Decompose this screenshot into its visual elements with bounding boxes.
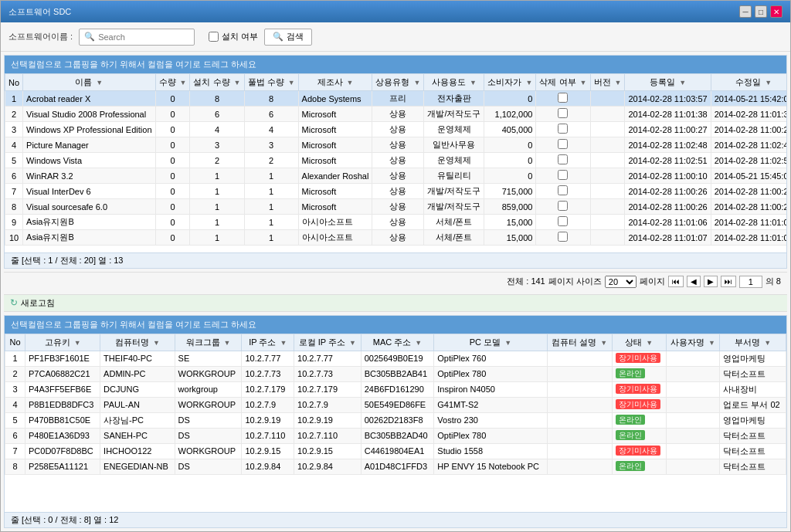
table-row[interactable]: 10 Asia유지원B 0 1 1 아시아소프트 상용 서체/폰트 15,000… — [5, 230, 787, 246]
table-row[interactable]: 3 P4A3FF5EFB6E DCJUNG workgroup 10.2.7.1… — [5, 381, 786, 397]
col-lip[interactable]: 로컬 IP 주소 ▼ — [294, 334, 362, 351]
row-install: 4 — [190, 122, 244, 137]
row-delete[interactable] — [536, 122, 590, 137]
row-type: 상용 — [372, 107, 424, 122]
col-usage[interactable]: 사용용도 ▼ — [424, 74, 484, 91]
prev-page-btn[interactable]: ◀ — [687, 276, 701, 287]
delete-checkbox[interactable] — [558, 139, 568, 149]
row-regdate: 2014-02-28 11:02:51 — [625, 153, 711, 168]
software-drag-header: 선택컬럼으로 그룹핑을 하기 위해서 컬럼을 여기로 드레그 하세요 — [5, 56, 786, 73]
delete-checkbox[interactable] — [558, 201, 568, 211]
row-delete[interactable] — [536, 137, 590, 153]
first-page-btn[interactable]: ⏮ — [668, 276, 684, 287]
row-delete[interactable] — [536, 199, 590, 215]
col-regdate[interactable]: 등록일 ▼ — [625, 74, 711, 91]
table-row[interactable]: 9 Asia유지원B 0 1 1 아시아소프트 상용 서체/폰트 15,000 … — [5, 215, 787, 230]
close-button[interactable]: ✕ — [770, 5, 783, 18]
main-window: 소프트웨어 SDC ─ □ ✕ 소프트웨어이름 : 🔍 설치 여부 🔍 검색 선… — [0, 0, 791, 532]
row-usage: 전자출판 — [424, 91, 484, 107]
row-model: OptiPlex 780 — [434, 366, 547, 381]
row-delete[interactable] — [536, 168, 590, 184]
table-row[interactable]: 5 Windows Vista 0 2 2 Microsoft 상용 운영체제 … — [5, 153, 787, 168]
row-usage: 운영체제 — [424, 122, 484, 137]
delete-checkbox[interactable] — [558, 185, 568, 195]
table-row[interactable]: 5 P470BB81C50E 사장님-PC DS 10.2.9.19 10.2.… — [5, 412, 786, 428]
col-ip[interactable]: IP 주소 ▼ — [242, 334, 294, 351]
row-wg: workgroup — [175, 381, 242, 397]
col-mac[interactable]: MAC 주소 ▼ — [361, 334, 434, 351]
table-row[interactable]: 7 PC0D07F8D8BC IHCHOO122 WORKGROUP 10.2.… — [5, 443, 786, 459]
row-lip: 10.2.7.110 — [294, 428, 362, 443]
row-type: 상용 — [372, 168, 424, 184]
table-row[interactable]: 6 P480E1A36D93 SANEH-PC DS 10.2.7.110 10… — [5, 428, 786, 443]
col-no[interactable]: No — [5, 74, 23, 91]
delete-checkbox[interactable] — [558, 93, 568, 103]
delete-checkbox[interactable] — [558, 154, 568, 164]
row-no: 5 — [5, 412, 25, 428]
refresh-label[interactable]: 새로고침 — [21, 297, 55, 309]
col-method[interactable]: 풀법 수량 ▼ — [244, 74, 298, 91]
software-table-container[interactable]: No 이름 ▼ 수량 ▼ 설치 수량 ▼ 풀법 수량 ▼ 제조사 ▼ 상용유형 … — [5, 73, 786, 252]
col-wg[interactable]: 워크그룹 ▼ — [175, 334, 242, 351]
table-row[interactable]: 7 Visual InterDev 6 0 1 1 Microsoft 상용 개… — [5, 184, 787, 199]
col-uid[interactable]: 고유키 ▼ — [25, 334, 100, 351]
table-row[interactable]: 6 WinRAR 3.2 0 1 1 Alexander Roshal 상용 유… — [5, 168, 787, 184]
row-delete[interactable] — [536, 91, 590, 107]
row-delete[interactable] — [536, 230, 590, 246]
status-badge: 온라인 — [616, 415, 645, 425]
maximize-button[interactable]: □ — [755, 5, 767, 18]
col-name[interactable]: 이름 ▼ — [23, 74, 155, 91]
col-type[interactable]: 상용유형 ▼ — [372, 74, 424, 91]
col-pcname[interactable]: 컴퓨터명 ▼ — [100, 334, 175, 351]
delete-checkbox[interactable] — [558, 216, 568, 226]
row-moddate: 2014-02-28 11:01:38 — [711, 107, 786, 122]
col-dept[interactable]: 부서명 ▼ — [720, 334, 786, 351]
table-row[interactable]: 2 P7CA06882C21 ADMIN-PC WORKGROUP 10.2.7… — [5, 366, 786, 381]
delete-checkbox[interactable] — [558, 124, 568, 134]
current-page-input[interactable] — [739, 276, 762, 288]
table-row[interactable]: 2 Visual Studio 2008 Professional 0 6 6 … — [5, 107, 787, 122]
row-desc — [547, 412, 612, 428]
last-page-btn[interactable]: ⏭ — [721, 276, 736, 287]
delete-checkbox[interactable] — [558, 170, 568, 180]
search-btn-icon: 🔍 — [273, 32, 283, 42]
search-button[interactable]: 🔍 검색 — [264, 29, 312, 46]
minimize-button[interactable]: ─ — [739, 5, 752, 18]
page-size-select[interactable]: 20 50 100 — [605, 276, 637, 288]
table-row[interactable]: 1 Acrobat reader X 0 8 8 Adobe Systems 프… — [5, 91, 787, 107]
col-model[interactable]: PC 모델 ▼ — [434, 334, 547, 351]
col-maker[interactable]: 제조사 ▼ — [298, 74, 372, 91]
row-delete[interactable] — [536, 184, 590, 199]
table-row[interactable]: 8 Visual sourcesafe 6.0 0 1 1 Microsoft … — [5, 199, 787, 215]
row-regdate: 2014-02-28 11:00:10 — [625, 168, 711, 184]
next-page-btn[interactable]: ▶ — [704, 276, 718, 287]
delete-checkbox[interactable] — [558, 232, 568, 242]
row-mac: BC305BB2AD40 — [361, 428, 434, 443]
row-delete[interactable] — [536, 153, 590, 168]
table-row[interactable]: 3 Windows XP Professional Edition 0 4 4 … — [5, 122, 787, 137]
col-status[interactable]: 상태 ▼ — [612, 334, 666, 351]
col-version[interactable]: 버전 ▼ — [590, 74, 625, 91]
row-name: Acrobat reader X — [23, 91, 155, 107]
row-delete[interactable] — [536, 215, 590, 230]
col-qty[interactable]: 수량 ▼ — [155, 74, 190, 91]
col-user[interactable]: 사용자명 ▼ — [666, 334, 720, 351]
table-row[interactable]: 1 PF1FB3F1601E THEIF40-PC SE 10.2.7.77 1… — [5, 351, 786, 366]
row-lip: 10.2.7.77 — [294, 351, 362, 366]
table-row[interactable]: 8 P258E5A11121 ENEGEDIAN-NB DS 10.2.9.84… — [5, 459, 786, 474]
install-checkbox[interactable] — [209, 32, 219, 42]
col-moddate[interactable]: 수정일 ▼ — [711, 74, 786, 91]
row-wg: DS — [175, 459, 242, 474]
col-consumer[interactable]: 소비자가 ▼ — [484, 74, 536, 91]
col-install[interactable]: 설치 수량 ▼ — [190, 74, 244, 91]
col-no-pc[interactable]: No — [5, 334, 25, 351]
col-desc[interactable]: 컴퓨터 설명 ▼ — [547, 334, 612, 351]
table-row[interactable]: 4 Picture Manager 0 3 3 Microsoft 상용 일반사… — [5, 137, 787, 153]
computer-table-container[interactable]: No 고유키 ▼ 컴퓨터명 ▼ 워크그룹 ▼ IP 주소 ▼ 로컬 IP 주소 … — [5, 334, 786, 513]
status-badge: 온라인 — [616, 461, 645, 471]
delete-checkbox[interactable] — [558, 108, 568, 118]
search-input[interactable] — [98, 32, 183, 42]
row-delete[interactable] — [536, 107, 590, 122]
col-delete[interactable]: 삭제 여부 ▼ — [536, 74, 590, 91]
table-row[interactable]: 4 P8B1EDB8DFC3 PAUL-AN WORKGROUP 10.2.7.… — [5, 397, 786, 412]
